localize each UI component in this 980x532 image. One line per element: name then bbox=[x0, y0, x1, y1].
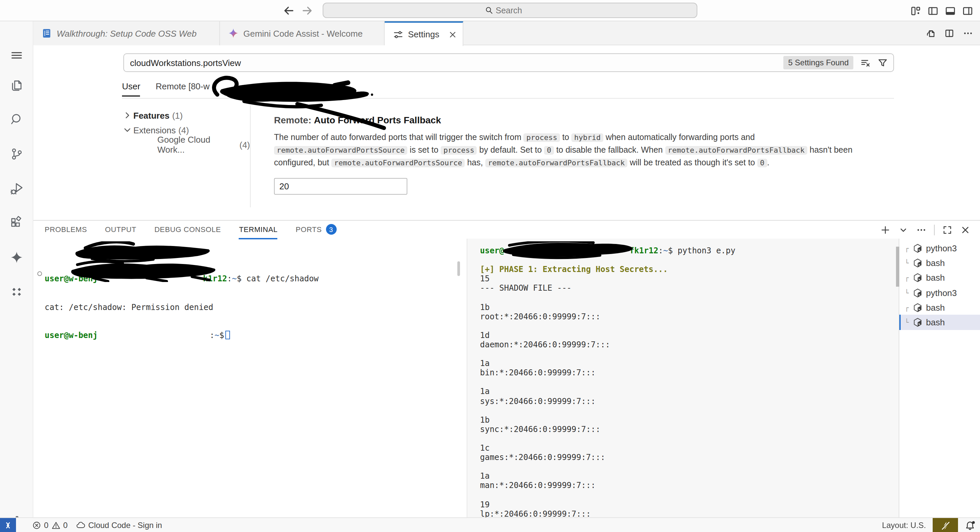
open-settings-json-icon[interactable] bbox=[925, 28, 936, 39]
editor-tab-gemini-code-assist-welcome[interactable]: Gemini Code Assist - Welcome bbox=[220, 21, 385, 45]
inline-code: remote.autoForwardPortsSource bbox=[331, 159, 465, 167]
terminal-line: bin:*:20466:0:99999:7::: bbox=[480, 368, 735, 377]
toc-count: (1) bbox=[172, 110, 183, 120]
customize-layout-icon[interactable] bbox=[910, 5, 921, 16]
panel-tab-terminal[interactable]: TERMINAL bbox=[239, 220, 278, 239]
split-branch-indicator: └ bbox=[905, 259, 912, 267]
panel-tab-ports[interactable]: PORTS3 bbox=[296, 220, 336, 239]
menu-icon[interactable] bbox=[10, 48, 24, 63]
tab-label: Walkthrough: Setup Code OSS Web bbox=[57, 28, 197, 38]
settings-search-box[interactable]: 5 Settings Found bbox=[123, 53, 894, 72]
source-control-icon[interactable] bbox=[10, 147, 24, 161]
clear-settings-search-icon[interactable] bbox=[860, 57, 871, 68]
chevron-right-icon[interactable] bbox=[122, 110, 133, 121]
settings-sliders-icon bbox=[393, 29, 403, 40]
search-sidebar-icon[interactable] bbox=[10, 112, 24, 127]
command-search-input[interactable] bbox=[496, 6, 536, 15]
terminal-line: games:*:20466:0:99999:7::: bbox=[480, 453, 735, 462]
settings-search-input[interactable] bbox=[124, 58, 784, 68]
terminal-line: 1b bbox=[480, 415, 735, 424]
terminal-line: daemon:*:20466:0:99999:7::: bbox=[480, 340, 735, 349]
more-actions-icon[interactable] bbox=[963, 28, 973, 39]
terminal-line bbox=[480, 293, 735, 302]
command-decoration-circle[interactable] bbox=[37, 271, 42, 276]
panel-tab-label: PORTS bbox=[296, 225, 322, 233]
split-editor-icon[interactable] bbox=[944, 28, 955, 39]
panel-tab-debug-console[interactable]: DEBUG CONSOLE bbox=[154, 220, 221, 239]
inline-code: process bbox=[441, 146, 477, 155]
cloud-code-status[interactable]: Cloud Code - Sign in bbox=[74, 521, 165, 530]
gemini-icon[interactable] bbox=[10, 250, 24, 264]
close-panel-icon[interactable] bbox=[960, 225, 970, 235]
back-arrow-icon[interactable] bbox=[283, 4, 295, 16]
keyboard-layout-label[interactable]: Layout: U.S. bbox=[882, 521, 926, 530]
no-chevron bbox=[146, 139, 157, 150]
terminal-line: sync:*:20466:0:99999:7::: bbox=[480, 425, 735, 434]
chevron-down-icon[interactable] bbox=[122, 125, 133, 135]
setting-value-input[interactable] bbox=[274, 178, 407, 195]
power-status-button[interactable] bbox=[933, 518, 958, 532]
maximize-panel-icon[interactable] bbox=[942, 225, 953, 235]
cloud-code-icon[interactable] bbox=[10, 285, 24, 299]
panel-more-icon[interactable] bbox=[916, 225, 927, 235]
editor-tab-settings[interactable]: Settings bbox=[385, 21, 463, 46]
terminal-list-item-bash[interactable]: ┌bash bbox=[899, 300, 980, 315]
toggle-panel-icon[interactable] bbox=[945, 5, 956, 16]
split-branch-indicator: ┌ bbox=[905, 304, 912, 311]
terminal-process-label: bash bbox=[926, 273, 945, 283]
settings-scope-user[interactable]: User bbox=[122, 81, 140, 97]
settings-toc: Features(1)Extensions(4)Google Cloud Wor… bbox=[122, 108, 250, 152]
vscode-window: Walkthrough: Setup Code OSS WebGemini Co… bbox=[0, 0, 980, 532]
panel-tab-label: PROBLEMS bbox=[45, 225, 87, 233]
close-tab-icon[interactable] bbox=[448, 30, 457, 39]
panel-tab-problems[interactable]: PROBLEMS bbox=[45, 220, 87, 239]
terminal-line: user@w-benjk1r12:~$ cat /etc/shadow bbox=[45, 274, 319, 284]
extensions-icon[interactable] bbox=[10, 215, 24, 230]
notifications-bell-icon[interactable] bbox=[965, 520, 976, 531]
panel-tab-output[interactable]: OUTPUT bbox=[105, 220, 136, 239]
terminal-list-item-python3[interactable]: └python3 bbox=[899, 285, 980, 300]
right-terminal-scrollbar-thumb[interactable] bbox=[896, 247, 899, 287]
toc-item-features[interactable]: Features(1) bbox=[122, 108, 250, 123]
editor-tab-walkthrough-setup-code-oss-web[interactable]: Walkthrough: Setup Code OSS Web bbox=[33, 21, 220, 45]
prompt-dollar: $ bbox=[668, 246, 678, 255]
terminal-list-item-bash[interactable]: └bash bbox=[899, 256, 980, 271]
prompt-host: fk1r12 bbox=[629, 246, 658, 255]
search-icon bbox=[484, 6, 493, 15]
terminal-pane-divider[interactable] bbox=[467, 239, 467, 517]
terminal-list-item-bash[interactable]: ┌bash bbox=[899, 270, 980, 285]
toggle-secondary-sidebar-icon[interactable] bbox=[962, 5, 973, 16]
problems-status[interactable]: 0 0 bbox=[29, 521, 70, 530]
remote-indicator[interactable] bbox=[0, 518, 16, 532]
terminal-right-content[interactable]: user@fk1r12:~$ python3 e.py [+] PHASE 1:… bbox=[480, 246, 735, 518]
panel-tab-label: DEBUG CONSOLE bbox=[154, 225, 221, 233]
tab-label: Gemini Code Assist - Welcome bbox=[243, 28, 363, 38]
status-bar: 0 0 Cloud Code - Sign in Layout: U.S. bbox=[0, 517, 980, 532]
terminal-list-item-python3[interactable]: ┌python3 bbox=[899, 241, 980, 256]
terminal-profile-dropdown-icon[interactable] bbox=[898, 225, 908, 235]
panel-tab-label: OUTPUT bbox=[105, 225, 136, 233]
setting-name: Auto Forward Ports Fallback bbox=[314, 115, 441, 125]
setting-item: Remote: Auto Forward Ports Fallback The … bbox=[274, 115, 914, 195]
terminal-process-icon bbox=[913, 288, 923, 298]
panel-header: PROBLEMSOUTPUTDEBUG CONSOLETERMINALPORTS… bbox=[33, 221, 980, 239]
toc-item-google-cloud-work-[interactable]: Google Cloud Work...(4) bbox=[122, 137, 250, 152]
run-debug-icon[interactable] bbox=[10, 182, 24, 196]
terminal-process-label: bash bbox=[926, 303, 945, 313]
prompt-tilde: ~ bbox=[663, 246, 668, 255]
forward-arrow-icon[interactable] bbox=[301, 4, 313, 16]
left-terminal-scrollbar-thumb[interactable] bbox=[457, 261, 460, 276]
new-terminal-icon[interactable] bbox=[880, 225, 891, 235]
terminal-tabs-list: ┌python3└bash┌bash└python3┌bash└bash bbox=[899, 241, 980, 330]
prompt-colon: : bbox=[658, 246, 663, 255]
explorer-icon[interactable] bbox=[10, 78, 24, 93]
command-center-search[interactable] bbox=[323, 3, 697, 18]
toc-divider bbox=[250, 105, 251, 207]
terminal-left-pane[interactable]: user@w-benjk1r12:~$ cat /etc/shadow cat:… bbox=[45, 246, 319, 359]
toc-label: Features bbox=[133, 110, 169, 120]
toggle-primary-sidebar-icon[interactable] bbox=[928, 5, 939, 16]
filter-settings-icon[interactable] bbox=[877, 57, 888, 68]
terminal-list-item-bash[interactable]: └bash bbox=[899, 315, 980, 330]
inline-code: 0 bbox=[757, 159, 767, 167]
settings-scope-remote-80-w[interactable]: Remote [80-w bbox=[156, 81, 210, 97]
